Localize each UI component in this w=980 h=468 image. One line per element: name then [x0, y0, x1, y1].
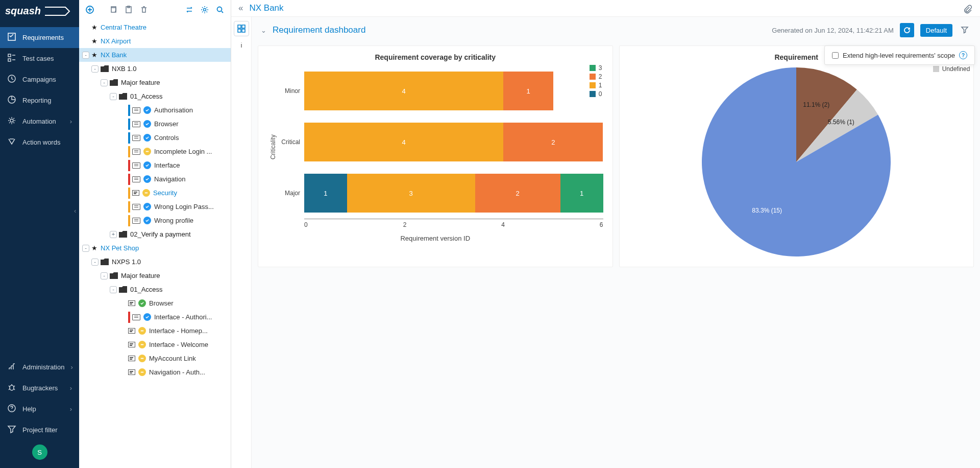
- tree-label: Major feature: [121, 272, 160, 279]
- criticality-bar: [128, 312, 130, 323]
- collapse-icon[interactable]: -: [82, 52, 89, 59]
- tree-node[interactable]: Security: [79, 186, 231, 200]
- tree-node[interactable]: ★Central Theatre: [79, 20, 231, 34]
- tree-node[interactable]: Interface - Authori...: [79, 310, 231, 324]
- attachment-icon[interactable]: [963, 4, 973, 17]
- tree-node[interactable]: Browser: [79, 296, 231, 310]
- status-icon: [143, 161, 151, 169]
- tree-node[interactable]: MyAccount Link: [79, 352, 231, 365]
- refresh-button[interactable]: [900, 23, 914, 37]
- collapse-icon[interactable]: -: [110, 286, 117, 293]
- sort-icon[interactable]: [183, 3, 196, 16]
- nav-help[interactable]: Help ›: [0, 399, 79, 419]
- star-icon: ★: [91, 24, 97, 31]
- nav-testcases[interactable]: Test cases: [0, 48, 79, 69]
- expand-icon[interactable]: +: [110, 231, 117, 238]
- criticality-bar: [128, 105, 130, 116]
- copy-icon[interactable]: [107, 3, 120, 16]
- tree-node[interactable]: -Major feature: [79, 76, 231, 89]
- filter-settings-icon[interactable]: [959, 24, 971, 37]
- tree-label: Controls: [154, 134, 179, 142]
- tree-node[interactable]: -Major feature: [79, 269, 231, 283]
- bar-segment: 4: [304, 123, 503, 161]
- nav-requirements[interactable]: Requirements: [0, 27, 79, 48]
- collapse-icon[interactable]: -: [101, 79, 108, 86]
- dashboard-view-icon[interactable]: [234, 21, 249, 36]
- nav-bottom: Administration › Bugtrackers › Help › Pr…: [0, 357, 79, 468]
- collapse-icon[interactable]: -: [101, 272, 108, 279]
- tree-node[interactable]: -★NX Bank: [79, 48, 231, 62]
- nav-label: Test cases: [22, 55, 54, 62]
- tree-node[interactable]: Interface: [79, 158, 231, 172]
- chevron-down-icon[interactable]: ⌄: [261, 27, 266, 34]
- tree-node[interactable]: Controls: [79, 131, 231, 145]
- add-icon[interactable]: [83, 3, 96, 16]
- collapse-icon[interactable]: -: [91, 65, 99, 73]
- nav-label: Campaigns: [22, 76, 56, 83]
- tree-node[interactable]: Incomplete Login ...: [79, 145, 231, 158]
- tree-node[interactable]: Interface - Welcome: [79, 338, 231, 352]
- search-icon[interactable]: [213, 3, 227, 16]
- tree-node[interactable]: -01_Access: [79, 283, 231, 296]
- bar-segment: 1: [560, 174, 603, 213]
- logo: squash: [0, 0, 79, 24]
- collapse-icon[interactable]: -: [110, 93, 117, 100]
- nav-campaigns[interactable]: Campaigns: [0, 69, 79, 90]
- tree-node[interactable]: -NXB 1.0: [79, 62, 231, 76]
- nav-label: Reporting: [22, 97, 51, 104]
- help-icon[interactable]: ?: [959, 51, 967, 59]
- paste-icon[interactable]: [122, 3, 135, 16]
- chart-title: Requirement coverage by criticality: [267, 53, 603, 61]
- tree-label: Interface - Homep...: [149, 327, 208, 335]
- tree-label: MyAccount Link: [149, 355, 196, 362]
- tree-label: Interface - Welcome: [149, 341, 208, 348]
- nav-bugtrackers[interactable]: Bugtrackers ›: [0, 378, 79, 399]
- tree-node[interactable]: Browser: [79, 117, 231, 131]
- svg-rect-17: [141, 331, 143, 332]
- nav-actionwords[interactable]: Action words: [0, 132, 79, 153]
- tree-node[interactable]: Wrong Login Pass...: [79, 200, 231, 214]
- criticality-bar: [128, 160, 130, 171]
- highlevel-req-icon: [128, 369, 135, 375]
- criticality-bar: [128, 188, 130, 199]
- pie-slice-label: 83.3% (15): [752, 207, 782, 214]
- tree-node[interactable]: Authorisation: [79, 103, 231, 117]
- category-label: Minor: [279, 87, 304, 95]
- filter-icon: [7, 425, 16, 435]
- back-icon[interactable]: «: [238, 3, 243, 13]
- avatar[interactable]: S: [32, 444, 47, 460]
- svg-rect-2: [8, 54, 11, 57]
- collapse-icon[interactable]: -: [91, 259, 99, 266]
- tree-node[interactable]: Wrong profile: [79, 214, 231, 227]
- nav-projectfilter[interactable]: Project filter: [0, 419, 79, 440]
- tree-node[interactable]: -01_Access: [79, 89, 231, 103]
- tree-label: NXPS 1.0: [112, 258, 141, 266]
- tree-node[interactable]: +02_Verify a payment: [79, 227, 231, 241]
- toggle-blank: [119, 355, 126, 362]
- tree-node[interactable]: Navigation - Auth...: [79, 365, 231, 379]
- criticality-bar: [128, 201, 130, 213]
- legend-item: 3: [590, 64, 602, 72]
- highlevel-req-icon: [128, 300, 135, 306]
- tree-label: 01_Access: [130, 92, 163, 100]
- nav-automation[interactable]: Automation ›: [0, 111, 79, 132]
- delete-icon[interactable]: [137, 3, 151, 16]
- collapse-sidebar-icon[interactable]: ‹: [74, 207, 76, 215]
- nav-label: Help: [22, 405, 36, 413]
- tree-node[interactable]: ★NX Airport: [79, 34, 231, 48]
- default-button[interactable]: Default: [920, 24, 952, 37]
- tree-node[interactable]: Interface - Homep...: [79, 324, 231, 338]
- nav-reporting[interactable]: Reporting: [0, 90, 79, 111]
- extend-scope-checkbox[interactable]: [832, 52, 839, 59]
- tree-node[interactable]: Navigation: [79, 172, 231, 186]
- toggle-blank: [119, 314, 126, 321]
- tree-node[interactable]: -★NX Pet Shop: [79, 241, 231, 255]
- tree-label: Browser: [149, 299, 174, 307]
- tree: ★Central Theatre★NX Airport-★NX Bank-NXB…: [79, 19, 231, 468]
- gear-icon[interactable]: [198, 3, 211, 16]
- nav-administration[interactable]: Administration ›: [0, 357, 79, 378]
- info-icon[interactable]: [234, 37, 249, 53]
- tree-node[interactable]: -NXPS 1.0: [79, 255, 231, 269]
- collapse-icon[interactable]: -: [82, 245, 89, 252]
- chart-coverage: Requirement coverage by criticality 3210…: [258, 45, 613, 267]
